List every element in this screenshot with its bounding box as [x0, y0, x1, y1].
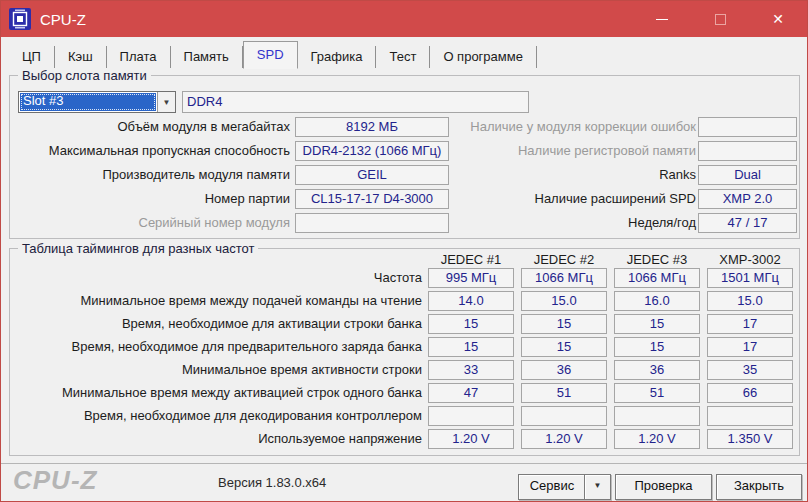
footer: CPU-Z Версия 1.83.0.x64 Сервис ▼ Проверк…: [1, 463, 807, 501]
close-app-button[interactable]: Закрыть: [716, 474, 802, 500]
service-button[interactable]: Сервис: [518, 474, 586, 500]
service-dropdown-button[interactable]: ▼: [584, 474, 611, 500]
timing-cell: 14.0: [428, 291, 514, 311]
timing-cell: 995 МГц: [428, 268, 514, 288]
minimize-button[interactable]: [633, 1, 691, 37]
maximize-icon: [715, 14, 726, 25]
tab-spd[interactable]: SPD: [243, 41, 298, 69]
timing-cell: 1.20 V: [614, 429, 700, 449]
week-year-field: 47 / 17: [698, 213, 797, 233]
timing-cell: 36: [521, 360, 607, 380]
tab-bar: ЦП Кэш Плата Память SPD Графика Тест О п…: [9, 41, 537, 68]
ecc-field: [698, 117, 797, 137]
tab-mainboard[interactable]: Плата: [107, 46, 171, 68]
timing-cell: 15: [614, 337, 700, 357]
timing-cell: 47: [428, 383, 514, 403]
timing-cell: 15.0: [707, 291, 793, 311]
slot-select[interactable]: Slot #3 ▼: [18, 91, 176, 113]
ranks-field: Dual: [698, 165, 797, 185]
column-header-jedec1: JEDEC #1: [428, 252, 514, 267]
tab-about[interactable]: О программе: [430, 46, 537, 68]
cpuz-window: CPU-Z ✕ ЦП Кэш Плата Память SPD Графика …: [0, 0, 808, 502]
timing-cell: [614, 406, 700, 426]
part-number-label: Номер партии: [10, 189, 290, 209]
timing-cell: 1.20 V: [521, 429, 607, 449]
spd-ext-label: Наличие расширений SPD: [440, 189, 696, 209]
registered-field: [698, 141, 797, 161]
module-size-field: 8192 МБ: [295, 117, 449, 137]
timing-cell: 15: [614, 314, 700, 334]
registered-label: Наличие регистровой памяти: [440, 141, 696, 161]
timing-cell: 16.0: [614, 291, 700, 311]
minimize-icon: [656, 19, 668, 20]
bandwidth-field: DDR4-2132 (1066 МГц): [295, 141, 449, 161]
timing-row-label: Время, необходимое для декодирования кон…: [10, 406, 422, 426]
timing-row-label: Минимальное время активности строки: [10, 360, 422, 380]
timing-row-label: Минимальное время между активацией строк…: [10, 383, 422, 403]
timing-row-label: Используемое напряжение: [10, 429, 422, 449]
timing-cell: 36: [614, 360, 700, 380]
bandwidth-label: Максимальная пропускная способность: [10, 141, 290, 161]
chevron-down-icon[interactable]: ▼: [157, 92, 175, 112]
part-number-field: CL15-17-17 D4-3000: [295, 189, 449, 209]
timing-cell: [707, 406, 793, 426]
cpuz-app-icon: [9, 8, 31, 30]
timing-cell: 15: [521, 314, 607, 334]
timings-group: Таблица таймингов для разных частот JEDE…: [9, 248, 800, 456]
tab-cpu[interactable]: ЦП: [9, 46, 55, 68]
timing-cell: 1.350 V: [707, 429, 793, 449]
timing-cell: 51: [521, 383, 607, 403]
module-size-label: Объём модуля в мегабайтах: [10, 117, 290, 137]
window-controls: ✕: [633, 1, 807, 37]
version-text: Версия 1.83.0.x64: [218, 475, 326, 490]
timing-cell: [428, 406, 514, 426]
manufacturer-field: GEIL: [295, 165, 449, 185]
timing-cell: 35: [707, 360, 793, 380]
serial-number-field: [295, 213, 449, 233]
ranks-label: Ranks: [440, 165, 696, 185]
timing-row-label: Время, необходимое для активации строки …: [10, 314, 422, 334]
ecc-label: Наличие у модуля коррекции ошибок: [440, 117, 696, 137]
timing-cell: 1.20 V: [428, 429, 514, 449]
tab-cache[interactable]: Кэш: [55, 46, 107, 68]
timing-cell: 1066 МГц: [614, 268, 700, 288]
tab-graphics[interactable]: Графика: [298, 46, 377, 68]
chevron-down-icon: ▼: [594, 481, 602, 490]
column-header-jedec3: JEDEC #3: [614, 252, 700, 267]
column-header-jedec2: JEDEC #2: [521, 252, 607, 267]
serial-number-label: Серийный номер модуля: [10, 213, 290, 233]
timing-cell: 66: [707, 383, 793, 403]
tab-bench[interactable]: Тест: [376, 46, 430, 68]
titlebar[interactable]: CPU-Z ✕: [1, 1, 807, 37]
spd-ext-field: XMP 2.0: [698, 189, 797, 209]
week-year-label: Неделя/год: [440, 213, 696, 233]
column-header-xmp: XMP-3002: [707, 252, 793, 267]
timing-row-label: Минимальное время между подачей команды …: [10, 291, 422, 311]
timing-cell: 17: [707, 314, 793, 334]
timings-group-title: Таблица таймингов для разных частот: [18, 241, 258, 256]
timing-cell: 51: [614, 383, 700, 403]
timing-cell: 1066 МГц: [521, 268, 607, 288]
timing-cell: 33: [428, 360, 514, 380]
window-title: CPU-Z: [40, 11, 86, 28]
tab-memory[interactable]: Память: [171, 46, 243, 68]
memory-type-field: DDR4: [182, 91, 529, 113]
close-button[interactable]: ✕: [749, 1, 807, 37]
timing-cell: 15: [521, 337, 607, 357]
manufacturer-label: Производитель модуля памяти: [10, 165, 290, 185]
timing-row-label: Частота: [10, 268, 422, 288]
timing-cell: 15: [428, 314, 514, 334]
timing-cell: 15.0: [521, 291, 607, 311]
timing-row-label: Время, необходимое для предварительного …: [10, 337, 422, 357]
slot-select-value: Slot #3: [20, 93, 156, 111]
timing-cell: [521, 406, 607, 426]
timing-cell: 15: [428, 337, 514, 357]
timing-cell: 17: [707, 337, 793, 357]
memory-slot-group-title: Выбор слота памяти: [18, 68, 151, 83]
validate-button[interactable]: Проверка: [615, 474, 712, 500]
memory-slot-group: Выбор слота памяти Slot #3 ▼ DDR4 Объём …: [9, 75, 800, 239]
cpuz-logo: CPU-Z: [13, 465, 97, 496]
timing-cell: 1501 МГц: [707, 268, 793, 288]
maximize-button[interactable]: [691, 1, 749, 37]
close-icon: ✕: [772, 12, 784, 26]
